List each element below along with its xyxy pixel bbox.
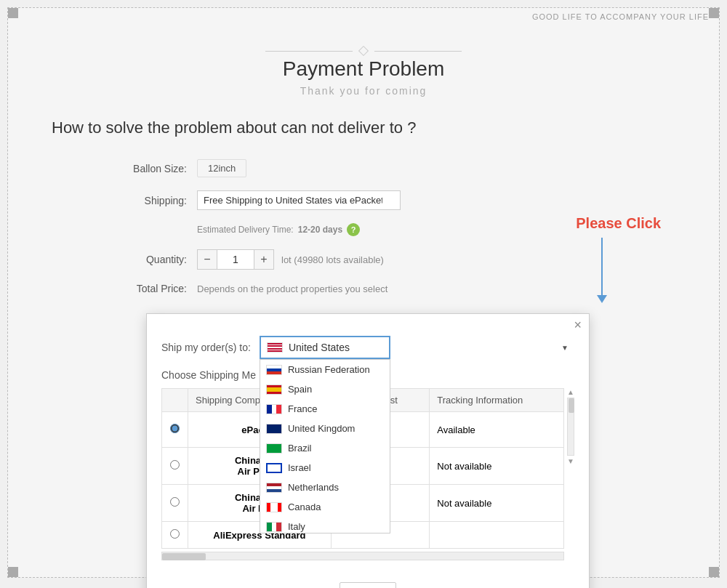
modal-footer: OK (147, 575, 589, 588)
fr-flag-icon (266, 404, 282, 414)
table-header-tracking: Tracking Information (430, 389, 564, 412)
ok-button[interactable]: OK (340, 582, 396, 588)
modal-body: Ship my order(s) to: United States ▼ Rus… (147, 336, 589, 575)
balloon-size-value: 12inch (197, 159, 246, 177)
question-text: How to solve the problem about can not d… (52, 118, 675, 137)
shipping-label: Shipping: (110, 195, 197, 206)
scroll-down-button[interactable]: ▼ (567, 457, 574, 465)
scroll-up-button[interactable]: ▲ (567, 388, 574, 396)
page-subtitle: Thank you for coming (8, 85, 719, 97)
gb-flag-icon (266, 424, 282, 434)
country-name: France (288, 403, 317, 414)
header-decoration (8, 47, 719, 55)
shipping-radio-3[interactable] (170, 497, 180, 507)
please-click-text: Please Click (576, 215, 661, 232)
balloon-size-row: Ballon Size: 12inch (110, 159, 675, 177)
country-name: Spain (288, 384, 312, 395)
it-flag-icon (266, 522, 282, 532)
select-arrow-icon: ▼ (561, 344, 569, 352)
nl-flag-icon (266, 483, 282, 493)
radio-cell[interactable] (162, 485, 188, 522)
tracking-cell: Available (430, 412, 564, 448)
list-item[interactable]: Spain (260, 379, 390, 399)
country-name: Canada (288, 502, 321, 512)
page-title: Payment Problem (8, 57, 719, 81)
total-value: Depends on the product properties you se… (197, 283, 387, 294)
total-label: Total Price: (110, 283, 197, 294)
modal-header: × (147, 314, 589, 336)
shipping-radio-2[interactable] (170, 460, 180, 470)
list-item[interactable]: France (260, 399, 390, 419)
list-item[interactable]: Brazil (260, 438, 390, 458)
country-modal: × Ship my order(s) to: United States ▼ (146, 313, 590, 588)
annotation-arrow (601, 238, 603, 296)
radio-cell[interactable] (162, 448, 188, 485)
ca-flag-icon (266, 502, 282, 512)
radio-cell[interactable] (162, 522, 188, 549)
list-item[interactable]: Russian Federation (260, 360, 390, 379)
ship-to-row: Ship my order(s) to: United States ▼ Rus… (161, 336, 574, 359)
ship-to-label: Ship my order(s) to: (161, 342, 251, 353)
list-item[interactable]: Canada (260, 497, 390, 517)
es-flag-icon (266, 384, 282, 395)
tracking-cell (430, 522, 564, 549)
selected-country: United States (289, 342, 350, 353)
quantity-control: − + lot (49980 lots available) (197, 249, 384, 270)
please-click-annotation: Please Click (561, 215, 661, 296)
country-name: United Kingdom (288, 423, 356, 434)
delivery-time-label: Estimated Delivery Time: (197, 225, 294, 235)
quantity-input[interactable] (217, 249, 254, 270)
quantity-increase-button[interactable]: + (254, 249, 274, 270)
shipping-radio-1[interactable] (170, 424, 180, 433)
shipping-select[interactable]: Free Shipping to United States via ePack… (197, 190, 401, 210)
country-select-wrapper: United States ▼ Russian Federation Spain (260, 336, 574, 359)
delivery-time-value: 12-20 days (298, 225, 342, 235)
tracking-cell: Not available (430, 448, 564, 485)
brand-tagline: GOOD LIFE TO ACCOMPANY YOUR LIFE (8, 8, 719, 25)
quantity-available: lot (49980 lots available) (281, 254, 384, 265)
shipping-radio-4[interactable] (170, 529, 180, 539)
list-item[interactable]: United Kingdom (260, 419, 390, 438)
country-name: Russian Federation (288, 364, 370, 375)
shipping-select-wrapper: Free Shipping to United States via ePack… (197, 190, 401, 210)
country-name: Italy (288, 521, 305, 532)
country-name: Brazil (288, 443, 312, 454)
scrollbar-thumb (162, 553, 206, 560)
page-header: Payment Problem Thank you for coming (8, 25, 719, 104)
table-header-radio (162, 389, 188, 412)
shipping-row: Shipping: Free Shipping to United States… (110, 190, 675, 210)
help-icon[interactable]: ? (347, 223, 360, 236)
balloon-size-label: Ballon Size: (110, 163, 197, 174)
list-item[interactable]: Italy (260, 517, 390, 533)
quantity-decrease-button[interactable]: − (197, 249, 217, 270)
us-flag-icon (267, 342, 283, 353)
country-select-display[interactable]: United States ▼ (260, 336, 390, 359)
horizontal-scrollbar[interactable] (161, 552, 564, 560)
ru-flag-icon (266, 365, 282, 375)
modal-close-button[interactable]: × (574, 318, 582, 331)
il-flag-icon (266, 463, 282, 473)
list-item[interactable]: Israel (260, 458, 390, 478)
radio-cell[interactable] (162, 412, 188, 448)
delivery-time: Estimated Delivery Time: 12-20 days ? (197, 223, 360, 236)
tracking-cell: Not available (430, 485, 564, 522)
vertical-scrollbar[interactable] (567, 398, 574, 456)
country-name: Israel (288, 462, 311, 473)
vert-scrollbar-thumb (569, 398, 574, 413)
country-name: Netherlands (288, 482, 339, 493)
quantity-label: Quantity: (110, 254, 197, 265)
list-item[interactable]: Netherlands (260, 478, 390, 497)
br-flag-icon (266, 443, 282, 454)
country-dropdown-list[interactable]: Russian Federation Spain France Uni (260, 359, 390, 533)
